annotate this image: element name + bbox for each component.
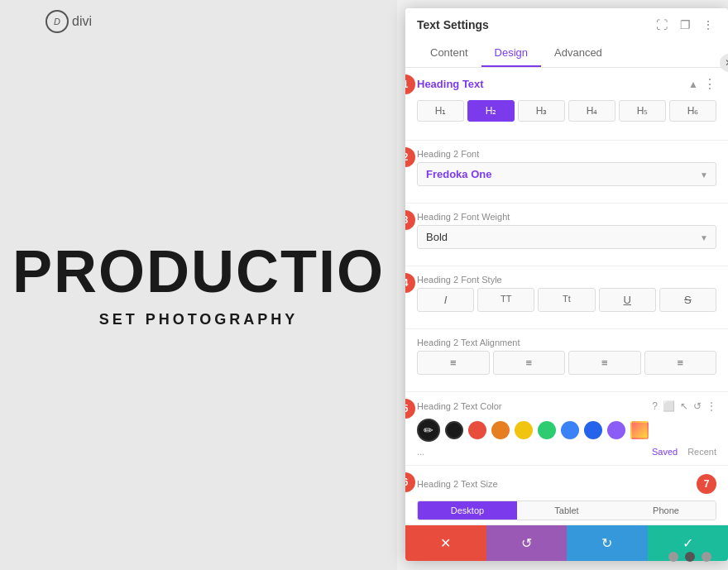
style-buttons: I TT Tt U S [417, 288, 716, 312]
step-badge-5: 5 [405, 399, 415, 419]
font-weight-section: 3 Heading 2 Font Weight Bold [405, 204, 728, 266]
alignment-row: Heading 2 Text Alignment ≡ ≡ ≡ ≡ [417, 338, 716, 375]
font-weight-select[interactable]: Bold [417, 225, 716, 249]
font-section: 2 Heading 2 Font Fredoka One [405, 141, 728, 204]
tab-advanced[interactable]: Advanced [541, 40, 615, 67]
copy-icon[interactable]: ⬜ [663, 400, 675, 412]
alignment-label: Heading 2 Text Alignment [417, 338, 716, 347]
bottom-dots [668, 552, 711, 562]
dots-menu[interactable]: ... [417, 447, 424, 457]
uppercase-button[interactable]: TT [477, 288, 534, 312]
color-label: Heading 2 Text Color [417, 401, 502, 411]
canvas-title: PRODUCTIO [12, 242, 385, 301]
swatch-purple[interactable] [607, 421, 625, 439]
more-color-icon[interactable]: ⋮ [706, 400, 716, 412]
canvas-subtitle: SET PHOTOGRAPHY [99, 311, 299, 328]
font-label: Heading 2 Font [417, 149, 716, 159]
divi-logo: D divi [46, 10, 92, 33]
h6-tab[interactable]: H₆ [669, 100, 716, 122]
swatch-red[interactable] [468, 421, 486, 439]
align-justify-button[interactable]: ≡ [644, 351, 717, 375]
swatch-blue[interactable] [584, 421, 602, 439]
swatch-black[interactable] [445, 421, 463, 439]
color-sub-tabs: Saved Recent [652, 447, 716, 457]
underline-button[interactable]: U [599, 288, 656, 312]
font-weight-label: Heading 2 Font Weight [417, 212, 716, 222]
redo-button[interactable]: ↻ [567, 525, 648, 561]
step-badge-2: 2 [405, 147, 415, 167]
step-badge-1: 1 [405, 74, 415, 94]
color-picker-button[interactable]: ✏ [417, 419, 440, 442]
help-icon[interactable]: ? [652, 400, 658, 412]
dot-1 [668, 552, 678, 562]
text-size-label: Heading 2 Text Size [417, 479, 498, 489]
dot-2 [685, 552, 695, 562]
color-header-icons: ? ⬜ ↖ ↺ ⋮ [652, 400, 716, 412]
section-controls: ▲ ⋮ [688, 76, 716, 92]
capitalize-button[interactable]: Tt [538, 288, 595, 312]
font-row: Heading 2 Font Fredoka One [417, 149, 716, 186]
font-style-row: Heading 2 Font Style I TT Tt U S [417, 275, 716, 312]
reset-button[interactable]: ↺ [486, 525, 568, 561]
color-header: Heading 2 Text Color ? ⬜ ↖ ↺ ⋮ [417, 400, 716, 412]
panel-header: Text Settings ⛶ ❐ ⋮ Content Design Advan… [405, 8, 728, 68]
font-select-wrapper: Fredoka One [417, 162, 716, 186]
panel-header-icons: ⛶ ❐ ⋮ [654, 17, 716, 33]
swatch-green[interactable] [538, 421, 556, 439]
heading-text-section: 1 Heading Text ▲ ⋮ H₁ H₂ H₃ H₄ H₅ H₆ [405, 68, 728, 141]
align-left-button[interactable]: ≡ [417, 351, 490, 375]
align-right-button[interactable]: ≡ [568, 351, 641, 375]
canvas-area: PRODUCTIO SET PHOTOGRAPHY [0, 0, 397, 570]
section-more-icon[interactable]: ⋮ [703, 76, 716, 92]
italic-button[interactable]: I [417, 288, 474, 312]
h1-tab[interactable]: H₁ [417, 100, 464, 122]
collapse-arrow[interactable]: ▲ [688, 79, 698, 90]
h5-tab[interactable]: H₅ [619, 100, 666, 122]
reset-color-icon[interactable]: ↺ [693, 400, 702, 412]
text-size-section: 6 Heading 2 Text Size 7 Desktop Tablet P… [405, 466, 728, 524]
swatch-yellow[interactable] [515, 421, 533, 439]
resize-icon[interactable]: ❐ [677, 17, 693, 33]
swatch-gradient[interactable] [630, 421, 649, 439]
h2-tab[interactable]: H₂ [467, 100, 515, 122]
strikethrough-button[interactable]: S [659, 288, 716, 312]
step-badge-7: 7 [697, 474, 716, 494]
font-weight-row: Heading 2 Font Weight Bold [417, 212, 716, 249]
alignment-buttons: ≡ ≡ ≡ ≡ [417, 351, 716, 375]
swatch-blue-light[interactable] [561, 421, 579, 439]
align-center-button[interactable]: ≡ [493, 351, 566, 375]
h3-tab[interactable]: H₃ [518, 100, 565, 122]
text-alignment-section: Heading 2 Text Alignment ≡ ≡ ≡ ≡ [405, 329, 728, 392]
divi-logo-icon: D [46, 10, 69, 33]
panel-tabs: Content Design Advanced [417, 40, 716, 67]
step-badge-3: 3 [405, 210, 415, 230]
tablet-tab[interactable]: Tablet [517, 501, 616, 520]
font-style-label: Heading 2 Font Style [417, 275, 716, 285]
saved-tab[interactable]: Saved [652, 447, 678, 457]
font-select[interactable]: Fredoka One [417, 162, 716, 186]
tab-design[interactable]: Design [481, 40, 541, 67]
fullscreen-icon[interactable]: ⛶ [654, 17, 670, 33]
panel-body: 1 Heading Text ▲ ⋮ H₁ H₂ H₃ H₄ H₅ H₆ 2 [405, 68, 728, 524]
more-icon[interactable]: ⋮ [700, 17, 716, 33]
dot-3 [702, 552, 711, 562]
phone-tab[interactable]: Phone [616, 501, 716, 520]
pointer-icon[interactable]: ↖ [680, 400, 688, 412]
settings-panel: Text Settings ⛶ ❐ ⋮ Content Design Advan… [405, 8, 728, 561]
responsive-tabs: Desktop Tablet Phone [417, 501, 716, 520]
recent-tab[interactable]: Recent [687, 447, 716, 457]
panel-title: Text Settings [417, 18, 489, 31]
heading-level-tabs: H₁ H₂ H₃ H₄ H₅ H₆ [417, 100, 716, 122]
font-weight-select-wrapper: Bold [417, 225, 716, 249]
section-title-heading: Heading Text [417, 78, 484, 90]
cancel-button[interactable]: ✕ [405, 525, 486, 561]
color-swatches: ✏ [417, 419, 716, 442]
divi-logo-text: divi [72, 14, 92, 29]
tab-content[interactable]: Content [417, 40, 481, 67]
step-badge-6: 6 [405, 472, 415, 492]
swatch-orange[interactable] [491, 421, 510, 439]
desktop-tab[interactable]: Desktop [418, 501, 517, 520]
step-badge-4: 4 [405, 273, 415, 293]
h4-tab[interactable]: H₄ [568, 100, 615, 122]
color-section: 5 Heading 2 Text Color ? ⬜ ↖ ↺ ⋮ ✏ [405, 392, 728, 466]
